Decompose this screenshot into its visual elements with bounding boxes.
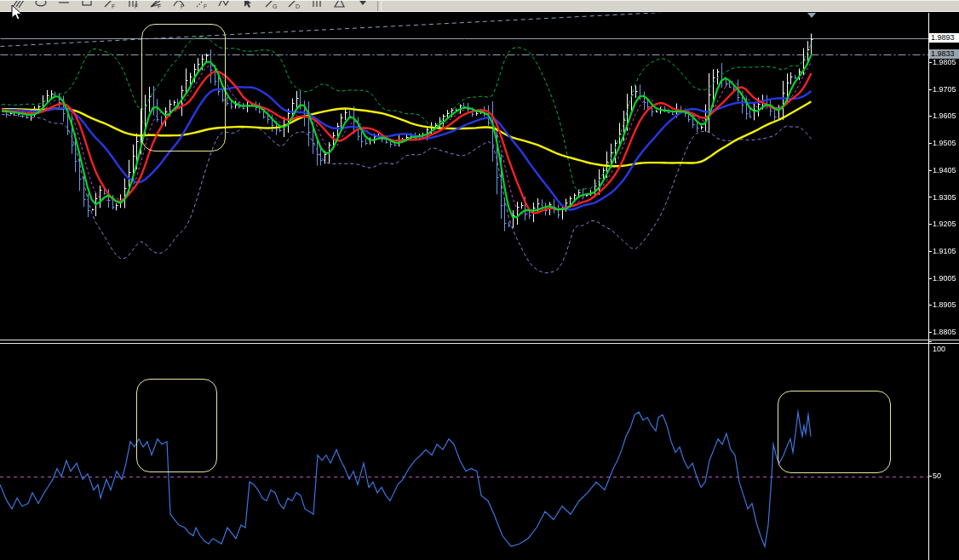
- svg-text:G: G: [273, 3, 277, 9]
- price-axis-label: 1.8805: [933, 328, 956, 336]
- price-axis-label: 1.8905: [933, 300, 956, 309]
- mouse-cursor-icon: [11, 4, 23, 21]
- gann-line-icon[interactable]: G: [260, 1, 283, 11]
- zigzag-tool-icon[interactable]: [214, 1, 237, 11]
- svg-text:D: D: [296, 3, 300, 9]
- arrow-tool-icon[interactable]: [237, 1, 260, 11]
- highlight-box[interactable]: [141, 24, 226, 151]
- toolbar-icons: FFFFFGD: [7, 1, 375, 11]
- ellipse-tool-icon[interactable]: [30, 1, 53, 11]
- highlight-box[interactable]: [778, 391, 891, 473]
- trading-platform-window: FFFFFGD 1.98051.97051.96051.95051.94051.…: [0, 0, 959, 560]
- price-axis-label: 1.9105: [933, 247, 956, 255]
- rectangle-tool-icon[interactable]: [76, 1, 99, 11]
- line-studies-toolbar: FFFFFGD: [0, 0, 959, 11]
- toolbar-separator: [377, 1, 382, 11]
- fibo-timezones-icon[interactable]: F: [122, 1, 145, 11]
- price-axis-label: 1.9005: [933, 274, 956, 283]
- fibo-fan-icon[interactable]: F: [145, 1, 168, 11]
- svg-text:F: F: [135, 3, 138, 9]
- svg-text:F: F: [112, 3, 115, 9]
- svg-text:F: F: [181, 3, 184, 9]
- triangle-tool-icon[interactable]: [329, 1, 352, 11]
- oscillator-100-label: 100: [933, 345, 945, 353]
- gann-fan-icon[interactable]: D: [283, 1, 306, 11]
- arrows-dropdown-icon[interactable]: [352, 1, 375, 11]
- svg-text:F: F: [158, 3, 161, 9]
- fibo-expansion-icon[interactable]: F: [191, 1, 214, 11]
- price-axis-label: 1.9605: [933, 111, 956, 120]
- price-axis-label: 1.9305: [933, 193, 956, 202]
- price-axis-label: 1.9405: [933, 166, 956, 174]
- horizontal-line-tool-icon[interactable]: [53, 1, 76, 11]
- svg-text:F: F: [204, 3, 207, 9]
- current-price-tag: 1.9893: [929, 33, 959, 43]
- fibo-retracement-icon[interactable]: F: [99, 1, 122, 11]
- price-axis-label: 1.9205: [933, 220, 956, 228]
- secondary-price-tag: 1.9833: [929, 49, 959, 59]
- oscillator-50-label: 50: [933, 471, 941, 480]
- price-axis-label: 1.9805: [933, 58, 956, 66]
- fibo-arc-icon[interactable]: F: [168, 1, 191, 11]
- highlight-box[interactable]: [136, 379, 217, 472]
- price-axis-label: 1.9505: [933, 139, 956, 147]
- price-axis-label: 1.9705: [933, 85, 956, 94]
- cycle-lines-icon[interactable]: [306, 1, 329, 11]
